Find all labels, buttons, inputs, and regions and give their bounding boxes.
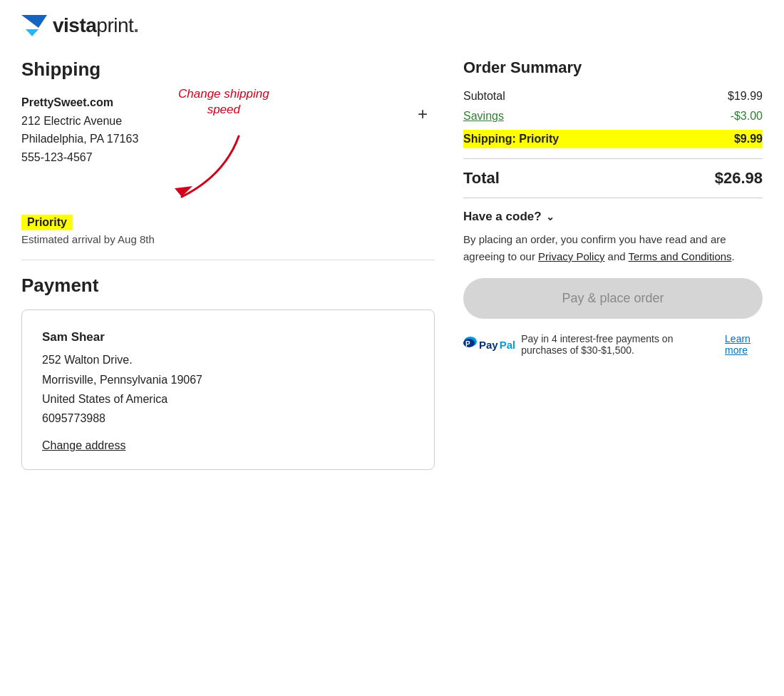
change-address-link[interactable]: Change address xyxy=(42,439,125,452)
svg-marker-0 xyxy=(21,15,47,28)
savings-value: -$3.00 xyxy=(731,110,763,123)
savings-label[interactable]: Savings xyxy=(463,110,504,123)
paypal-icon: P xyxy=(463,336,478,353)
legal-mid: and xyxy=(604,250,628,262)
logo-text: vistaprint. xyxy=(53,14,139,37)
savings-row: Savings -$3.00 xyxy=(463,110,763,123)
shipping-city-state-zip: Philadelphia, PA 17163 xyxy=(21,130,138,148)
legal-text: By placing an order, you confirm you hav… xyxy=(463,231,763,265)
left-column: Shipping PrettySweet.com 212 Electric Av… xyxy=(21,58,435,470)
payment-section: Payment Sam Shear 252 Walton Drive. Morr… xyxy=(21,275,435,470)
total-divider xyxy=(463,158,763,159)
payment-name: Sam Shear xyxy=(42,330,414,344)
subtotal-value: $19.99 xyxy=(728,90,763,103)
svg-text:P: P xyxy=(465,340,470,348)
paypal-logo: P PayPal xyxy=(463,336,515,353)
payment-phone: 6095773988 xyxy=(42,409,414,428)
payment-city-state-zip: Morrisville, Pennsylvania 19067 xyxy=(42,370,414,389)
shipping-payment-divider xyxy=(21,260,435,260)
header: vistaprint. xyxy=(21,14,763,37)
have-code-label: Have a code? xyxy=(463,210,542,224)
shipping-section: Shipping PrettySweet.com 212 Electric Av… xyxy=(21,58,435,245)
shipping-title: Shipping xyxy=(21,58,435,81)
payment-country: United States of America xyxy=(42,389,414,409)
payment-title: Payment xyxy=(21,275,435,297)
logo: vistaprint. xyxy=(21,14,139,37)
shipping-priority-value: $9.99 xyxy=(734,133,763,145)
shipping-street: 212 Electric Avenue xyxy=(21,112,138,130)
shipping-company: PrettySweet.com xyxy=(21,93,138,112)
change-shipping-annotation: Change shippingspeed xyxy=(178,86,269,118)
payment-street: 252 Walton Drive. xyxy=(42,350,414,369)
payment-card: Sam Shear 252 Walton Drive. Morrisville,… xyxy=(21,309,435,470)
shipping-priority-row: Shipping: Priority $9.99 xyxy=(463,130,763,148)
svg-marker-1 xyxy=(26,29,38,36)
priority-badge: Priority xyxy=(21,215,73,230)
right-column: Order Summary Subtotal $19.99 Savings -$… xyxy=(463,58,763,356)
total-label: Total xyxy=(463,169,500,188)
order-summary-title: Order Summary xyxy=(463,58,763,77)
paypal-section: P PayPal Pay in 4 interest-free payments… xyxy=(463,333,763,356)
paypal-text: Pay in 4 interest-free payments on purch… xyxy=(521,333,719,356)
shipping-address: PrettySweet.com 212 Electric Avenue Phil… xyxy=(21,93,138,166)
shipping-phone: 555-123-4567 xyxy=(21,148,138,167)
total-value: $26.98 xyxy=(715,169,763,188)
estimated-arrival: Estimated arrival by Aug 8th xyxy=(21,233,435,245)
shipping-top-row: PrettySweet.com 212 Electric Avenue Phil… xyxy=(21,93,435,166)
shipping-priority-label: Shipping: Priority xyxy=(463,133,559,145)
privacy-policy-link[interactable]: Privacy Policy xyxy=(538,250,604,262)
legal-post: . xyxy=(732,250,735,262)
terms-conditions-link[interactable]: Terms and Conditions xyxy=(629,250,732,262)
annotation-arrow xyxy=(160,133,253,218)
subtotal-label: Subtotal xyxy=(463,90,505,103)
chevron-down-icon: ⌄ xyxy=(546,211,555,222)
code-divider xyxy=(463,198,763,198)
have-code-toggle[interactable]: Have a code? ⌄ xyxy=(463,210,763,224)
subtotal-row: Subtotal $19.99 xyxy=(463,90,763,103)
pay-place-order-button[interactable]: Pay & place order xyxy=(463,278,763,319)
add-shipping-button[interactable]: + xyxy=(411,101,435,128)
vistaprint-logo-icon xyxy=(21,15,47,36)
total-row: Total $26.98 xyxy=(463,169,763,188)
paypal-learn-more-link[interactable]: Learn more xyxy=(725,333,763,356)
